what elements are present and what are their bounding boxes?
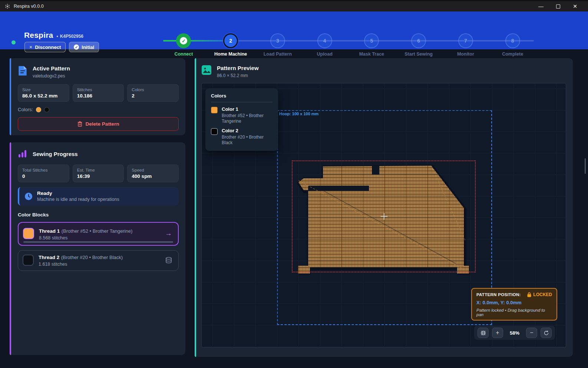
pattern-lock-hint: Pattern locked • Drag background to pan [476, 308, 552, 317]
center-crosshair [384, 213, 384, 220]
colors-label: Colors: [18, 107, 33, 112]
titlebar: Respira v0.0.0 — ✕ [0, 1, 588, 11]
pattern-dimensions: 86.0 × 52.2 mm [217, 73, 259, 78]
delete-pattern-button[interactable]: Delete Pattern [18, 117, 179, 131]
step-check-icon: ✓ [176, 33, 191, 48]
stat-total-stitches: Total Stitches 0 [18, 165, 69, 182]
initial-button[interactable]: ✓ Initial [69, 42, 99, 52]
pattern-preview-title: Pattern Preview [217, 65, 259, 71]
close-button[interactable]: ✕ [566, 1, 584, 11]
maximize-icon [556, 4, 560, 9]
fit-icon [480, 330, 486, 336]
hoop-label: Hoop: 100 x 100 mm [279, 112, 318, 116]
color-swatch-2 [44, 107, 49, 112]
step-start-sewing[interactable]: 6 Start Sewing [395, 23, 442, 61]
bar-chart-icon [18, 149, 27, 159]
disconnect-button[interactable]: × Disconnect [24, 42, 66, 52]
app-icon [4, 3, 10, 9]
zoom-level: 58% [506, 330, 523, 336]
minimize-button[interactable]: — [532, 1, 549, 11]
stat-colors: Colors 2 [127, 84, 179, 102]
app-header: Respira •K4P502956 × Disconnect ✓ Initia… [0, 11, 588, 49]
refresh-icon [544, 330, 549, 336]
card-accent-edge [10, 142, 11, 355]
zoom-out-button[interactable]: − [526, 328, 537, 338]
card-accent-edge [10, 58, 11, 135]
machine-serial: •K4P502956 [56, 34, 83, 39]
file-icon [18, 65, 27, 76]
pattern-coords: X: 0.0mm, Y: 0.0mm [476, 300, 552, 305]
step-home-machine[interactable]: 2 Home Machine [207, 23, 254, 61]
thread-1-swatch [23, 228, 34, 239]
thread-1-row[interactable]: Thread 1 (Brother #52 • Brother Tangerin… [18, 222, 179, 246]
connection-status-dot [11, 40, 16, 44]
legend-swatch-1 [211, 107, 218, 113]
pattern-filename: valetudogv2.pes [33, 73, 70, 79]
legend-color-1: Color 1 Brother #52 • Brother Tangerine [211, 106, 272, 124]
x-icon: × [29, 44, 32, 50]
color-blocks-label: Color Blocks [18, 212, 179, 218]
thread-2-swatch [23, 255, 34, 266]
preview-canvas[interactable]: Hoop: 100 x 100 mm Colors Color 1 Brothe… [201, 83, 566, 348]
card-accent-edge [195, 58, 196, 357]
status-title: Ready [37, 190, 119, 196]
stat-est-time: Est. Time 16:39 [73, 165, 124, 182]
thread-1-progress-bar [23, 241, 173, 243]
status-message: Machine is idle and ready for operations [37, 197, 119, 202]
maximize-button[interactable] [549, 1, 566, 11]
legend-color-2: Color 2 Brother #20 • Brother Black [211, 128, 272, 146]
layers-icon [165, 256, 172, 264]
stat-speed: Speed 400 spm [127, 165, 179, 182]
check-circle-icon: ✓ [74, 44, 79, 50]
stat-stitches: Stitches 10.186 [73, 84, 124, 102]
trash-icon [77, 121, 82, 127]
step-connect[interactable]: ✓ Connect [160, 23, 207, 61]
zoom-controls: + 58% − [474, 326, 555, 340]
window-title: Respira v0.0.0 [14, 4, 44, 9]
reset-view-button[interactable] [541, 328, 552, 338]
locked-badge: LOCKED [527, 292, 552, 297]
step-monitor[interactable]: 7 Monitor [442, 23, 489, 61]
sewing-progress-title: Sewing Progress [33, 151, 78, 157]
fit-to-screen-button[interactable] [478, 328, 489, 338]
pattern-position-overlay: PATTERN POSITION: LOCKED X: 0.0mm, Y: 0.… [471, 288, 557, 321]
clock-icon [24, 192, 33, 200]
legend-swatch-2 [211, 128, 218, 135]
color-swatch-1 [36, 107, 41, 112]
stat-size: Size 86.0 x 52.2 mm [18, 84, 69, 102]
brand-title: Respira [24, 31, 53, 40]
step-upload[interactable]: 4 Upload [301, 23, 348, 61]
image-icon [201, 65, 212, 75]
machine-status-banner: Ready Machine is idle and ready for oper… [18, 187, 179, 205]
active-pattern-title: Active Pattern [33, 65, 70, 72]
lock-icon [527, 292, 531, 297]
window-scrollbar-thumb[interactable] [585, 158, 586, 174]
arrow-right-icon: → [165, 229, 172, 238]
step-load-pattern[interactable]: 3 Load Pattern [254, 23, 301, 61]
step-complete[interactable]: 8 Complete [489, 23, 536, 61]
sewing-progress-card: Sewing Progress Total Stitches 0 Est. Ti… [10, 142, 185, 355]
pattern-preview-card: Pattern Preview 86.0 × 52.2 mm [195, 58, 573, 357]
workflow-stepper: ✓ Connect 2 Home Machine 3 Load Pattern … [160, 23, 536, 61]
thread-2-row[interactable]: Thread 2 (Brother #20 • Brother Black) 1… [18, 250, 179, 271]
zoom-in-button[interactable]: + [492, 328, 503, 338]
active-pattern-card: Active Pattern valetudogv2.pes Size 86.0… [10, 58, 185, 135]
step-mask-trace[interactable]: 5 Mask Trace [348, 23, 395, 61]
colors-legend: Colors Color 1 Brother #52 • Brother Tan… [205, 88, 278, 151]
